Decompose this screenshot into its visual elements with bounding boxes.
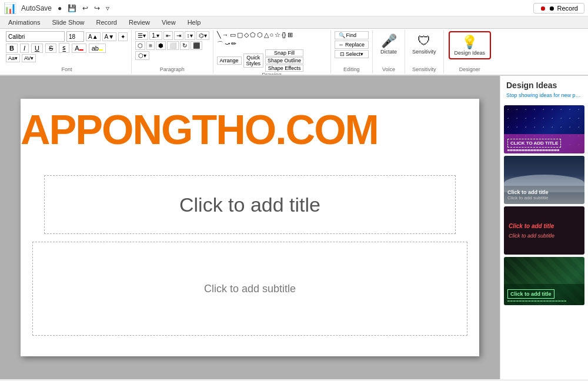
microphone-icon: 🎤 (381, 34, 397, 49)
editing-group-label: Editing (335, 66, 369, 72)
slide-title-placeholder: Click to add title (179, 193, 320, 216)
shadow-button[interactable]: s̲ (59, 43, 69, 53)
tab-help[interactable]: Help (182, 16, 207, 28)
font-group-label: Font (6, 66, 128, 72)
sensitivity-icon: 🛡 (417, 34, 430, 49)
justify-button[interactable]: ⬜ (167, 41, 179, 50)
decrease-font-button[interactable]: A▼ (102, 32, 117, 41)
line-shape[interactable]: ╲ (217, 31, 221, 39)
dictate-button[interactable]: 🎤 Dictate (378, 31, 399, 57)
drawing-group: ╲ → ▭ ▢ ◇ ⬠ ⬡ △ ○ ☆ {} ⊞ ⌒ ⤻ ✏ Arrange Q… (213, 30, 331, 73)
font-name-input[interactable] (6, 31, 65, 42)
design-panel-link[interactable]: Stop showing ideas for new pre... (500, 92, 588, 103)
align-center-button[interactable]: ≡ (146, 41, 155, 50)
more-shapes[interactable]: ⊞ (288, 31, 293, 39)
record-icon: ⏺ (540, 5, 546, 12)
editing-group: 🔍 Find ↔ Replace ⊡ Select▾ Editing (331, 30, 373, 73)
tab-animations[interactable]: Animations (2, 16, 46, 28)
watermark: APPONGTHO.COM (21, 109, 479, 151)
card-3-title: Click to add title (509, 223, 580, 229)
select-button[interactable]: ⊡ Select▾ (335, 50, 369, 58)
bracket-shape[interactable]: {} (282, 31, 286, 39)
voice-group: 🎤 Dictate Voice (373, 30, 405, 73)
sensitivity-button[interactable]: 🛡 Sensitivity (410, 31, 439, 57)
align-right-button[interactable]: ⬢ (156, 41, 166, 50)
design-card-2[interactable]: Click to add title Click to add subtitle (504, 156, 584, 204)
slide-canvas-area: APPONGTHO.COM Click to add title Click t… (0, 76, 500, 379)
star-shape[interactable]: ☆ (275, 31, 280, 39)
arrow-shape[interactable]: → (222, 31, 229, 39)
numbering-button[interactable]: 1.▾ (149, 31, 162, 40)
pentagon-shape[interactable]: ⬠ (250, 31, 256, 39)
design-card-4[interactable]: Click to add title (504, 257, 584, 305)
align-left-button[interactable]: ⬡ (135, 41, 145, 50)
bold-button[interactable]: B (6, 44, 18, 53)
arrange-button[interactable]: Arrange (217, 56, 242, 65)
italic-button[interactable]: I (20, 44, 29, 53)
dictate-label: Dictate (380, 49, 397, 55)
tab-view[interactable]: View (156, 16, 182, 28)
slide[interactable]: APPONGTHO.COM Click to add title Click t… (21, 99, 479, 356)
app-icon: 📊 (4, 2, 16, 15)
record-button[interactable]: ⏺ ⏺ Record (533, 3, 584, 14)
design-ideas-panel: Design Ideas Stop showing ideas for new … (500, 76, 588, 379)
font-size-input[interactable] (66, 31, 84, 42)
diamond-shape[interactable]: ◇ (244, 31, 249, 39)
triangle-shape[interactable]: △ (264, 31, 269, 39)
find-button[interactable]: 🔍 Find (335, 31, 369, 39)
shape-outline-button[interactable]: Shape Outline (265, 57, 303, 64)
card-3-sub: Click to add subtitle (509, 233, 580, 239)
tab-slideshow[interactable]: Slide Show (46, 16, 90, 28)
increase-indent-button[interactable]: ⇥ (174, 31, 183, 40)
card-2-sub: Click to add subtitle (507, 195, 581, 200)
columns-button[interactable]: ⌬▾ (196, 31, 209, 40)
font-color-button[interactable]: A▬ (72, 44, 86, 53)
card-1-title: CLICK TO ADD TITLE (507, 139, 561, 148)
snap-fill-button[interactable]: Snap Fill (265, 49, 303, 56)
text-direction-button[interactable]: ↻ (180, 41, 189, 50)
slide-title-box[interactable]: Click to add title (44, 175, 456, 234)
sensitivity-group-label: Sensitivity (412, 66, 436, 72)
drawing-group-label: Drawing (217, 72, 327, 76)
card-4-title: Click to add title (507, 289, 554, 299)
card-2-title: Click to add title (507, 189, 581, 195)
rect-shape[interactable]: ▭ (230, 31, 236, 39)
convert-to-smartart-button[interactable]: ⬡▾ (135, 51, 149, 60)
hexagon-shape[interactable]: ⬡ (257, 31, 263, 39)
curve-shape[interactable]: ⌒ (217, 40, 223, 49)
design-card-3[interactable]: Click to add title Click to add subtitle (504, 206, 584, 255)
strikethrough-button[interactable]: S (45, 44, 56, 53)
clear-format-button[interactable]: ✦ (118, 32, 128, 41)
sensitivity-label: Sensitivity (412, 49, 436, 55)
char-spacing-button[interactable]: AV▾ (22, 54, 36, 62)
shape-effects-button[interactable]: Shape Effects (265, 65, 303, 72)
replace-button[interactable]: ↔ Replace (335, 41, 369, 49)
slide-subtitle-box[interactable]: Click to add subtitle (32, 242, 467, 336)
circle-shape[interactable]: ○ (270, 31, 274, 39)
increase-font-button[interactable]: A▲ (86, 32, 101, 41)
design-card-1[interactable]: CLICK TO ADD TITLE (504, 105, 584, 153)
sensitivity-group: 🛡 Sensitivity Sensitivity (405, 30, 444, 73)
design-ideas-icon: 💡 (462, 35, 477, 50)
decrease-indent-button[interactable]: ⇤ (163, 31, 173, 40)
app-title: AutoSave ● 💾 ↩ ↪ ▿ (21, 4, 533, 12)
bullets-button[interactable]: ☰▾ (135, 31, 148, 40)
paragraph-group: ☰▾ 1.▾ ⇤ ⇥ ↕▾ ⌬▾ ⬡ ≡ ⬢ ⬜ ↻ ⬛ ⬡▾ Paragrap… (132, 30, 213, 73)
design-ideas-button[interactable]: 💡 Design Ideas (449, 31, 492, 59)
underline-button[interactable]: U (31, 44, 43, 53)
align-text-button[interactable]: ⬛ (191, 41, 202, 50)
quick-styles-button[interactable]: QuickStyles (243, 54, 264, 68)
line-spacing-button[interactable]: ↕▾ (185, 31, 195, 40)
tab-review[interactable]: Review (123, 16, 156, 28)
highlight-color-button[interactable]: ab▬ (89, 44, 106, 53)
design-ideas-label: Design Ideas (455, 50, 486, 56)
font-group: A▲ A▼ ✦ B I U S s̲ A▬ ab▬ Aa▾ AV▾ Font (2, 30, 132, 73)
text-case-button[interactable]: Aa▾ (6, 54, 20, 62)
connector-shape[interactable]: ⤻ (225, 40, 230, 49)
rounded-rect-shape[interactable]: ▢ (237, 31, 243, 39)
freeform-shape[interactable]: ✏ (231, 40, 236, 49)
design-panel-title: Design Ideas (500, 76, 588, 92)
paragraph-group-label: Paragraph (135, 66, 209, 72)
tab-record[interactable]: Record (90, 16, 122, 28)
voice-group-label: Voice (382, 66, 395, 72)
